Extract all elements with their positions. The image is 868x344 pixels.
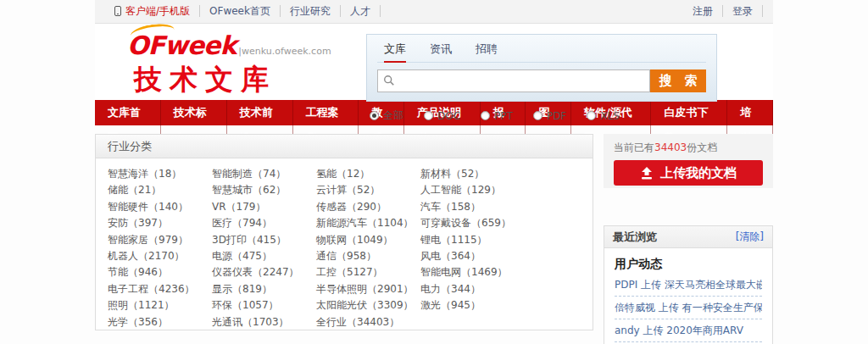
search-module: 文库资讯招聘 搜 索 全部DOCPPTPDFXLS [366, 34, 717, 123]
category-link[interactable]: 全行业（34403） [316, 314, 420, 330]
category-link[interactable]: 云计算（52） [316, 182, 420, 198]
activity-item[interactable]: PDPI 上传 深天马亮相全球最大嵌 [615, 274, 762, 297]
search-icon [383, 75, 395, 86]
filetype-radio[interactable]: DOC [424, 110, 460, 122]
category-link[interactable]: 安防（397） [108, 215, 212, 231]
search-button[interactable]: 搜 索 [650, 69, 706, 92]
radio-icon [370, 111, 379, 120]
category-link[interactable]: 智能电网（1469） [420, 264, 525, 280]
activity-list: PDPI 上传 深天马亮相全球最大嵌倍特威视 上传 有一种安全生产保障叫andy… [604, 274, 772, 344]
category-link[interactable]: 电源（475） [212, 248, 316, 264]
upload-box: 当前已有34403份文档 上传我的文档 [604, 134, 773, 188]
category-link[interactable]: 风电（364） [420, 248, 525, 264]
category-link[interactable]: 半导体照明（2901） [316, 281, 420, 297]
sidebar: 当前已有34403份文档 上传我的文档 最近浏览 [清除] 用户动态 [604, 134, 773, 344]
category-panel-title: 行业分类 [96, 135, 593, 158]
account-link[interactable]: 登录 [723, 5, 763, 17]
category-link[interactable]: VR（179） [212, 199, 316, 215]
category-link[interactable]: 照明（1121） [108, 297, 212, 313]
category-panel: 行业分类 智慧海洋（18）智能制造（74）氢能（12）新材料（52）储能（21）… [95, 134, 593, 330]
category-link[interactable]: 新材料（52） [420, 166, 525, 182]
recent-title: 最近浏览 [613, 230, 657, 245]
category-link[interactable]: 医疗（794） [212, 215, 316, 231]
upload-button[interactable]: 上传我的文档 [614, 160, 763, 186]
category-link[interactable]: 物联网（1049） [316, 232, 420, 248]
category-link[interactable]: 激光（945） [420, 297, 525, 313]
main-area: 行业分类 智慧海洋（18）智能制造（74）氢能（12）新材料（52）储能（21）… [95, 134, 773, 344]
upload-icon [640, 167, 654, 180]
site-header: OFweek |wenku.ofweek.com 技术文库 文库资讯招聘 搜 索 [95, 24, 773, 100]
search-tab[interactable]: 资讯 [430, 42, 452, 62]
top-bar: 客户端/手机版OFweek首页行业研究人才 注册登录 [95, 0, 773, 24]
category-link[interactable]: 可穿戴设备（659） [420, 215, 525, 231]
top-bar-link[interactable]: OFweek首页 [200, 5, 281, 17]
recent-panel: 最近浏览 [清除] 用户动态 PDPI 上传 深天马亮相全球最大嵌倍特威视 上传… [604, 225, 773, 344]
category-link[interactable]: 电子工程（4236） [108, 281, 212, 297]
category-link[interactable]: 光学（356） [108, 314, 212, 330]
activity-title: 用户动态 [604, 248, 772, 274]
category-link[interactable]: 智能硬件（140） [108, 199, 212, 215]
site-logo[interactable]: OFweek |wenku.ofweek.com 技术文库 [127, 31, 331, 99]
radio-icon [424, 111, 433, 120]
filetype-radio[interactable]: PDF [533, 110, 566, 122]
filetype-radio[interactable]: XLS [587, 110, 620, 122]
category-link[interactable]: 电力（344） [420, 281, 525, 297]
category-link[interactable]: 储能（21） [108, 182, 212, 198]
category-link[interactable]: 工控（5127） [316, 264, 420, 280]
category-link[interactable]: 智能家居（979） [108, 232, 212, 248]
category-link[interactable]: 环保（1057） [212, 297, 316, 313]
mobile-phone-icon [114, 6, 121, 16]
category-link[interactable]: 氢能（12） [316, 166, 420, 182]
category-link[interactable]: 智慧海洋（18） [108, 166, 212, 182]
logo-domain-text: |wenku.ofweek.com [238, 46, 331, 57]
top-bar-link[interactable]: 人才 [341, 5, 381, 17]
category-link[interactable]: 机器人（2170） [108, 248, 212, 264]
category-link[interactable]: 智慧城市（62） [212, 182, 316, 198]
category-link[interactable]: 仪器仪表（2247） [212, 264, 316, 280]
top-bar-right-links: 注册登录 [683, 4, 763, 19]
category-link[interactable]: 锂电（1115） [420, 232, 525, 248]
category-link[interactable]: 太阳能光伏（3309） [316, 297, 420, 313]
category-link[interactable]: 传感器（290） [316, 199, 420, 215]
category-link[interactable]: 节能（946） [108, 264, 212, 280]
search-tabs: 文库资讯招聘 [377, 39, 706, 63]
category-link[interactable]: 新能源汽车（1104） [316, 215, 420, 231]
category-grid: 智慧海洋（18）智能制造（74）氢能（12）新材料（52）储能（21）智慧城市（… [96, 158, 593, 330]
search-box: 文库资讯招聘 搜 索 [366, 34, 717, 102]
category-link[interactable]: 3D打印（415） [212, 232, 316, 248]
top-bar-left-links: 客户端/手机版OFweek首页行业研究人才 [105, 4, 381, 19]
filetype-radio[interactable]: 全部 [370, 108, 403, 123]
category-link[interactable]: 汽车（158） [420, 199, 525, 215]
filetype-filters: 全部DOCPPTPDFXLS [366, 108, 717, 123]
category-link[interactable]: 光通讯（1703） [212, 314, 316, 330]
category-link[interactable]: 人工智能（129） [420, 182, 525, 198]
search-input[interactable] [377, 69, 650, 92]
logo-subtitle: 技术文库 [134, 61, 331, 99]
category-link[interactable]: 显示（819） [212, 281, 316, 297]
radio-icon [481, 111, 490, 120]
category-link[interactable]: 智能制造（74） [212, 166, 316, 182]
page-container: 客户端/手机版OFweek首页行业研究人才 注册登录 OFweek |wenku… [95, 0, 773, 344]
search-tab[interactable]: 文库 [384, 42, 406, 63]
clear-recent-link[interactable]: [清除] [736, 230, 764, 244]
search-tab[interactable]: 招聘 [476, 42, 498, 62]
doc-count-number: 34403 [654, 141, 687, 153]
radio-icon [533, 111, 542, 120]
activity-item[interactable]: 倍特威视 上传 有一种安全生产保障叫 [615, 297, 762, 319]
activity-item[interactable]: andy 上传 2020年商用ARV [615, 319, 762, 342]
category-link[interactable]: 通信（958） [316, 248, 420, 264]
account-link[interactable]: 注册 [683, 5, 723, 17]
logo-wordmark: OFweek [127, 31, 236, 60]
doc-count: 当前已有34403份文档 [614, 141, 763, 155]
radio-icon [587, 111, 596, 120]
top-bar-link[interactable]: 客户端/手机版 [105, 5, 200, 17]
top-bar-link[interactable]: 行业研究 [281, 5, 341, 17]
filetype-radio[interactable]: PPT [481, 110, 513, 122]
